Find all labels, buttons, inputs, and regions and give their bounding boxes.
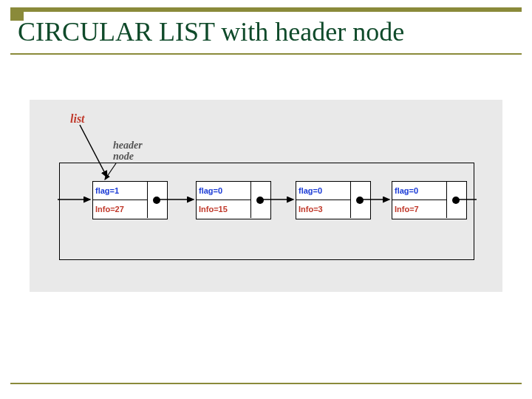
title-underline [10,53,522,55]
node-flag: flag=0 [392,182,447,200]
accent-bar-top [10,7,522,12]
accent-bar-bottom [10,383,522,384]
header-node-label-line1: header [113,140,143,151]
node-info: Info=3 [296,200,351,218]
node-header: flag=1 Info=27 [92,181,168,219]
node-item: flag=0 Info=7 [392,181,467,219]
pointer-dot-icon [356,197,364,204]
node-pointer [146,182,167,219]
node-pointer [445,182,466,219]
node-pointer [349,182,370,219]
node-item: flag=0 Info=15 [196,181,271,219]
node-info: Info=7 [392,200,447,218]
node-info: Info=27 [93,200,148,218]
node-item: flag=0 Info=3 [296,181,371,219]
header-node-label-line2: node [113,151,134,162]
pointer-dot-icon [256,197,264,204]
node-pointer [249,182,270,219]
list-label: list [70,112,85,126]
node-flag: flag=0 [197,182,251,200]
node-flag: flag=1 [93,182,148,200]
pointer-dot-icon [153,197,160,204]
node-flag: flag=0 [296,182,351,200]
pointer-dot-icon [452,197,460,204]
page-title: CIRCULAR LIST with header node [18,16,404,47]
node-info: Info=15 [197,200,251,218]
diagram-background: list header node flag=1 Info=27 flag=0 I… [30,100,502,292]
